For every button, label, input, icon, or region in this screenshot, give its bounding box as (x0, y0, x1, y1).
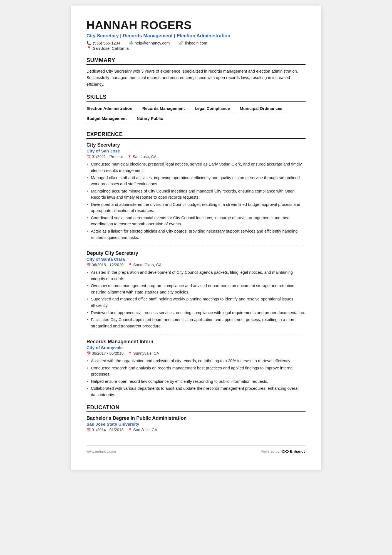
job-date: 📅01/2021 - Present (86, 154, 123, 159)
footer-website: www.enhancv.com (86, 449, 116, 453)
company-name: City of San Jose (86, 149, 306, 154)
calendar-icon: 📅 (86, 352, 91, 356)
education-entry: Bachelor's Degree in Public Administrati… (86, 415, 306, 432)
job-meta: 📅06/2018 - 12/2020 📍Santa Clara, CA (86, 263, 306, 267)
location-pin-icon: 📍 (128, 428, 132, 432)
bullet-item: Assisted in the preparation and developm… (86, 269, 306, 282)
bullet-list: Assisted in the preparation and developm… (86, 269, 306, 329)
experience-entry: Records Management Intern City of Sunnyv… (86, 339, 306, 398)
job-meta: 📅06/2017 - 05/2018 📍Sunnyvale, CA (86, 351, 306, 356)
bullet-item: Managed office staff and activities, imp… (86, 175, 306, 187)
bullet-item: Facilitated City Council-appointed board… (86, 317, 306, 329)
enhancv-logo-icon (281, 449, 289, 454)
company-name: City of Sunnyvale (86, 345, 306, 350)
bullet-item: Acted as a liaison for elected officials… (86, 228, 306, 241)
location-pin-icon: 📍 (128, 352, 132, 356)
calendar-icon: 📅 (86, 263, 91, 267)
phone-icon: 📞 (86, 41, 91, 46)
bullet-item: Reviewed and approved civil process serv… (86, 310, 306, 316)
bullet-list: Conducted municipal elections, prepared … (86, 161, 306, 241)
experience-section: EXPERIENCE City Secretary City of San Jo… (86, 131, 306, 398)
edu-meta: 📅01/2014 - 01/2018 📍San Jose, CA (86, 428, 306, 432)
linkedin-contact: 🔗 linkedin.com (178, 41, 207, 46)
edu-location: 📍San Jose, CA (128, 428, 157, 432)
enhancv-logo: Enhancv (281, 449, 306, 454)
edu-degree: Bachelor's Degree in Public Administrati… (86, 415, 306, 421)
summary-text: Dedicated City Secretary with 3 years of… (86, 68, 306, 88)
experience-entry: City Secretary City of San Jose 📅01/2021… (86, 142, 306, 241)
section-divider (86, 334, 306, 334)
bullet-item: Oversaw records management program compl… (86, 283, 306, 295)
bullet-item: Assisted with the organization and archi… (86, 358, 306, 364)
bullet-item: Maintained accurate minutes of City Coun… (86, 188, 306, 201)
summary-title: SUMMARY (86, 57, 306, 65)
bullet-item: Collaborated with various departments to… (86, 385, 306, 398)
job-title: City Secretary (86, 142, 306, 148)
job-location: 📍San Jose, CA (127, 154, 157, 159)
email-contact: @ help@enhancv.com (129, 41, 170, 46)
bullet-item: Conducted research and analysis on recor… (86, 365, 306, 378)
skills-section: SKILLS Election AdministrationRecords Ma… (86, 94, 306, 125)
section-divider (86, 246, 306, 246)
edu-container: Bachelor's Degree in Public Administrati… (86, 415, 306, 432)
edu-date: 📅01/2014 - 01/2018 (86, 428, 123, 432)
skill-item: Records Management (142, 105, 190, 113)
bullet-item: Helped ensure open record law compliance… (86, 378, 306, 385)
calendar-icon: 📅 (86, 155, 91, 159)
job-location: 📍Sunnyvale, CA (128, 351, 159, 356)
location-row: 📍 San Jose, California (86, 46, 306, 51)
education-section: EDUCATION Bachelor's Degree in Public Ad… (86, 404, 306, 432)
bullet-item: Conducted municipal elections, prepared … (86, 161, 306, 174)
location-icon: 📍 (86, 46, 91, 51)
skill-item: Budget Management (86, 115, 132, 123)
footer-bar: www.enhancv.com Powered by Enhancv (86, 445, 306, 454)
job-location: 📍Santa Clara, CA (128, 263, 162, 267)
header-section: HANNAH ROGERS City Secretary | Records M… (86, 19, 306, 51)
skills-title: SKILLS (86, 94, 306, 102)
experience-entry: Deputy City Secretary City of Santa Clar… (86, 250, 306, 329)
job-title: Deputy City Secretary (86, 250, 306, 256)
bullet-list: Assisted with the organization and archi… (86, 358, 306, 398)
location-pin-icon: 📍 (127, 155, 132, 159)
skills-grid: Election AdministrationRecords Managemen… (86, 105, 306, 125)
skill-item: Legal Compliance (195, 105, 235, 113)
education-title: EDUCATION (86, 404, 306, 412)
bullet-item: Supervised and managed office staff, hol… (86, 296, 306, 309)
contact-row: 📞 (555) 555-1234 @ help@enhancv.com 🔗 li… (86, 41, 306, 46)
candidate-name: HANNAH ROGERS (86, 19, 306, 32)
email-icon: @ (129, 41, 133, 45)
linkedin-icon: 🔗 (178, 41, 183, 46)
candidate-title: City Secretary | Records Management | El… (86, 33, 306, 39)
job-title: Records Management Intern (86, 339, 306, 345)
experience-title: EXPERIENCE (86, 131, 306, 139)
phone-contact: 📞 (555) 555-1234 (86, 41, 120, 46)
calendar-icon: 📅 (86, 428, 91, 432)
bullet-item: Coordinated social and ceremonial events… (86, 215, 306, 227)
resume-page: HANNAH ROGERS City Secretary | Records M… (71, 6, 321, 470)
job-date: 📅06/2017 - 05/2018 (86, 351, 123, 356)
skill-item: Municipal Ordinances (240, 105, 287, 113)
job-date: 📅06/2018 - 12/2020 (86, 263, 123, 267)
job-meta: 📅01/2021 - Present 📍San Jose, CA (86, 154, 306, 159)
summary-section: SUMMARY Dedicated City Secretary with 3 … (86, 57, 306, 88)
footer-powered: Powered by Enhancv (260, 449, 306, 454)
skill-item: Notary Public (137, 115, 168, 123)
bullet-item: Developed and administered the division … (86, 201, 306, 214)
location-contact: 📍 San Jose, California (86, 46, 129, 51)
skill-item: Election Administration (86, 105, 137, 113)
location-pin-icon: 📍 (128, 263, 132, 267)
jobs-container: City Secretary City of San Jose 📅01/2021… (86, 142, 306, 398)
company-name: City of Santa Clara (86, 257, 306, 262)
edu-school: San Jose State University (86, 422, 306, 427)
